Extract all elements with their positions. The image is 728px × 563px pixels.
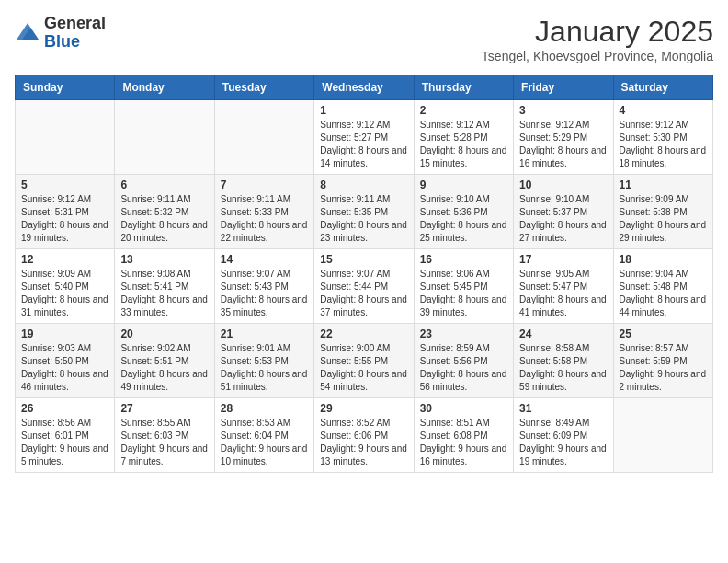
col-header-wednesday: Wednesday	[314, 75, 414, 100]
day-info: Sunrise: 9:11 AM Sunset: 5:35 PM Dayligh…	[320, 193, 407, 245]
day-info: Sunrise: 9:12 AM Sunset: 5:31 PM Dayligh…	[21, 193, 108, 245]
day-number: 5	[21, 178, 108, 191]
calendar-cell: 21Sunrise: 9:01 AM Sunset: 5:53 PM Dayli…	[214, 324, 313, 398]
day-number: 20	[120, 327, 208, 340]
calendar-cell: 1Sunrise: 9:12 AM Sunset: 5:27 PM Daylig…	[314, 100, 414, 175]
calendar-cell: 26Sunrise: 8:56 AM Sunset: 6:01 PM Dayli…	[16, 398, 115, 473]
calendar-cell: 23Sunrise: 8:59 AM Sunset: 5:56 PM Dayli…	[414, 324, 513, 398]
location-subtitle: Tsengel, Khoevsgoel Province, Mongolia	[482, 49, 713, 63]
col-header-thursday: Thursday	[414, 75, 513, 100]
day-info: Sunrise: 8:49 AM Sunset: 6:09 PM Dayligh…	[519, 417, 607, 468]
day-number: 11	[620, 178, 707, 191]
calendar-cell: 12Sunrise: 9:09 AM Sunset: 5:40 PM Dayli…	[16, 249, 115, 324]
calendar-cell: 2Sunrise: 9:12 AM Sunset: 5:28 PM Daylig…	[414, 100, 513, 175]
calendar-cell: 8Sunrise: 9:11 AM Sunset: 5:35 PM Daylig…	[314, 175, 414, 249]
col-header-saturday: Saturday	[613, 75, 712, 100]
calendar-cell	[16, 100, 115, 175]
calendar-cell: 3Sunrise: 9:12 AM Sunset: 5:29 PM Daylig…	[514, 100, 613, 175]
calendar-cell: 30Sunrise: 8:51 AM Sunset: 6:08 PM Dayli…	[414, 398, 513, 473]
day-number: 4	[620, 104, 707, 117]
day-info: Sunrise: 9:07 AM Sunset: 5:43 PM Dayligh…	[221, 268, 308, 319]
logo-general: General	[44, 15, 106, 33]
page-header: General Blue January 2025 Tsengel, Khoev…	[15, 15, 713, 63]
day-info: Sunrise: 9:01 AM Sunset: 5:53 PM Dayligh…	[221, 342, 308, 394]
day-number: 29	[320, 402, 407, 415]
day-info: Sunrise: 8:57 AM Sunset: 5:59 PM Dayligh…	[620, 342, 707, 394]
logo-icon	[15, 20, 40, 46]
day-info: Sunrise: 9:12 AM Sunset: 5:27 PM Dayligh…	[320, 119, 407, 170]
day-info: Sunrise: 9:12 AM Sunset: 5:28 PM Dayligh…	[420, 119, 507, 170]
day-info: Sunrise: 8:51 AM Sunset: 6:08 PM Dayligh…	[420, 417, 507, 468]
day-number: 22	[320, 327, 407, 340]
day-number: 31	[519, 402, 607, 415]
day-number: 30	[420, 402, 507, 415]
day-number: 24	[519, 327, 607, 340]
calendar-cell: 14Sunrise: 9:07 AM Sunset: 5:43 PM Dayli…	[214, 249, 313, 324]
calendar-cell: 24Sunrise: 8:58 AM Sunset: 5:58 PM Dayli…	[514, 324, 613, 398]
header-row: SundayMondayTuesdayWednesdayThursdayFrid…	[16, 75, 713, 100]
week-row-3: 12Sunrise: 9:09 AM Sunset: 5:40 PM Dayli…	[16, 249, 713, 324]
week-row-1: 1Sunrise: 9:12 AM Sunset: 5:27 PM Daylig…	[16, 100, 713, 175]
col-header-tuesday: Tuesday	[214, 75, 313, 100]
day-number: 10	[519, 178, 607, 191]
day-number: 21	[221, 327, 308, 340]
day-info: Sunrise: 9:12 AM Sunset: 5:30 PM Dayligh…	[620, 119, 707, 170]
week-row-2: 5Sunrise: 9:12 AM Sunset: 5:31 PM Daylig…	[16, 175, 713, 249]
calendar-cell: 29Sunrise: 8:52 AM Sunset: 6:06 PM Dayli…	[314, 398, 414, 473]
calendar-cell: 25Sunrise: 8:57 AM Sunset: 5:59 PM Dayli…	[613, 324, 712, 398]
calendar-cell: 6Sunrise: 9:11 AM Sunset: 5:32 PM Daylig…	[115, 175, 214, 249]
calendar-cell: 19Sunrise: 9:03 AM Sunset: 5:50 PM Dayli…	[16, 324, 115, 398]
calendar-cell	[613, 398, 712, 473]
calendar-body: 1Sunrise: 9:12 AM Sunset: 5:27 PM Daylig…	[16, 100, 713, 473]
logo-blue: Blue	[44, 33, 106, 52]
col-header-monday: Monday	[115, 75, 214, 100]
title-block: January 2025 Tsengel, Khoevsgoel Provinc…	[482, 15, 713, 63]
day-number: 13	[120, 253, 208, 266]
day-number: 28	[221, 402, 308, 415]
day-number: 25	[620, 327, 707, 340]
calendar-cell: 9Sunrise: 9:10 AM Sunset: 5:36 PM Daylig…	[414, 175, 513, 249]
day-info: Sunrise: 9:10 AM Sunset: 5:37 PM Dayligh…	[519, 193, 607, 245]
day-number: 27	[120, 402, 208, 415]
calendar-cell	[214, 100, 313, 175]
day-number: 3	[519, 104, 607, 117]
day-info: Sunrise: 9:04 AM Sunset: 5:48 PM Dayligh…	[620, 268, 707, 319]
logo-text: General Blue	[44, 15, 106, 52]
day-info: Sunrise: 9:06 AM Sunset: 5:45 PM Dayligh…	[420, 268, 507, 319]
day-number: 17	[519, 253, 607, 266]
calendar-cell: 27Sunrise: 8:55 AM Sunset: 6:03 PM Dayli…	[115, 398, 214, 473]
day-number: 8	[320, 178, 407, 191]
week-row-5: 26Sunrise: 8:56 AM Sunset: 6:01 PM Dayli…	[16, 398, 713, 473]
day-info: Sunrise: 9:11 AM Sunset: 5:33 PM Dayligh…	[221, 193, 308, 245]
col-header-sunday: Sunday	[16, 75, 115, 100]
calendar-cell: 15Sunrise: 9:07 AM Sunset: 5:44 PM Dayli…	[314, 249, 414, 324]
calendar-cell: 17Sunrise: 9:05 AM Sunset: 5:47 PM Dayli…	[514, 249, 613, 324]
week-row-4: 19Sunrise: 9:03 AM Sunset: 5:50 PM Dayli…	[16, 324, 713, 398]
calendar-header: SundayMondayTuesdayWednesdayThursdayFrid…	[16, 75, 713, 100]
day-info: Sunrise: 9:12 AM Sunset: 5:29 PM Dayligh…	[519, 119, 607, 170]
day-info: Sunrise: 9:09 AM Sunset: 5:40 PM Dayligh…	[21, 268, 108, 319]
calendar-cell: 5Sunrise: 9:12 AM Sunset: 5:31 PM Daylig…	[16, 175, 115, 249]
day-number: 14	[221, 253, 308, 266]
calendar-cell: 22Sunrise: 9:00 AM Sunset: 5:55 PM Dayli…	[314, 324, 414, 398]
day-number: 9	[420, 178, 507, 191]
day-number: 6	[120, 178, 208, 191]
day-number: 16	[420, 253, 507, 266]
calendar-cell: 7Sunrise: 9:11 AM Sunset: 5:33 PM Daylig…	[214, 175, 313, 249]
calendar-cell: 4Sunrise: 9:12 AM Sunset: 5:30 PM Daylig…	[613, 100, 712, 175]
day-info: Sunrise: 8:58 AM Sunset: 5:58 PM Dayligh…	[519, 342, 607, 394]
day-info: Sunrise: 9:09 AM Sunset: 5:38 PM Dayligh…	[620, 193, 707, 245]
calendar-cell: 28Sunrise: 8:53 AM Sunset: 6:04 PM Dayli…	[214, 398, 313, 473]
day-number: 23	[420, 327, 507, 340]
day-info: Sunrise: 9:08 AM Sunset: 5:41 PM Dayligh…	[120, 268, 208, 319]
day-info: Sunrise: 9:00 AM Sunset: 5:55 PM Dayligh…	[320, 342, 407, 394]
day-info: Sunrise: 8:52 AM Sunset: 6:06 PM Dayligh…	[320, 417, 407, 468]
day-number: 19	[21, 327, 108, 340]
calendar-cell: 31Sunrise: 8:49 AM Sunset: 6:09 PM Dayli…	[514, 398, 613, 473]
calendar-table: SundayMondayTuesdayWednesdayThursdayFrid…	[15, 75, 713, 473]
calendar-cell	[115, 100, 214, 175]
logo: General Blue	[15, 15, 106, 52]
day-info: Sunrise: 8:53 AM Sunset: 6:04 PM Dayligh…	[221, 417, 308, 468]
day-number: 12	[21, 253, 108, 266]
calendar-cell: 10Sunrise: 9:10 AM Sunset: 5:37 PM Dayli…	[514, 175, 613, 249]
